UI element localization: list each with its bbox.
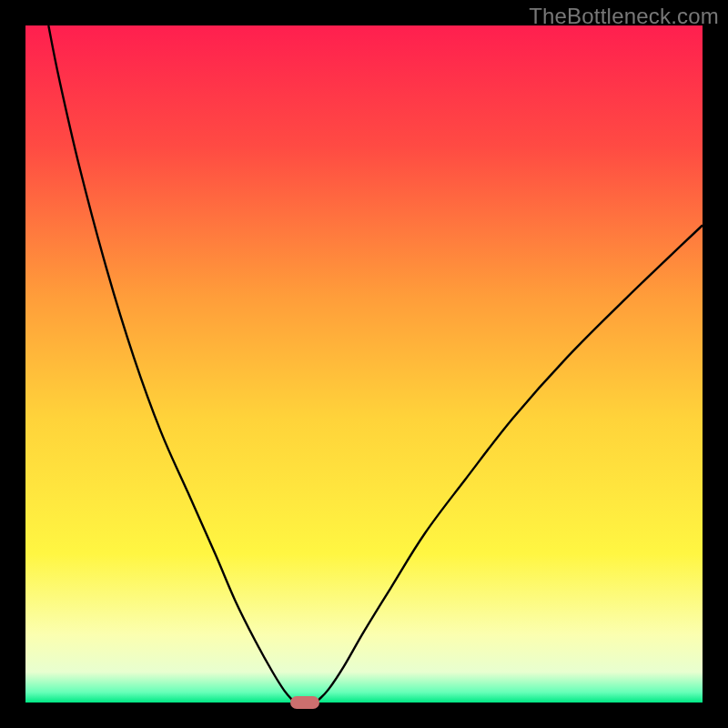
optimum-marker	[290, 696, 319, 709]
watermark-text: TheBottleneck.com	[529, 4, 719, 29]
chart-background-gradient	[25, 25, 703, 703]
chart-frame	[25, 25, 703, 703]
